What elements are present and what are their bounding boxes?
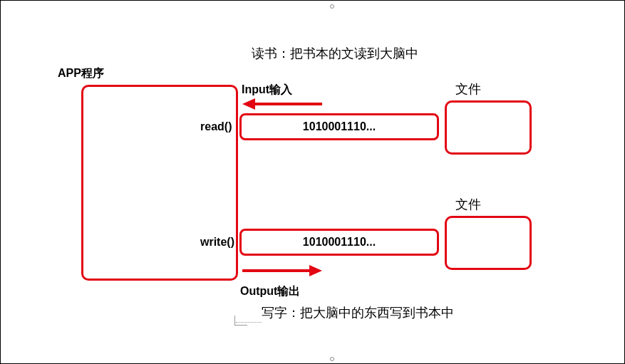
write-fn-label: write() xyxy=(200,236,234,249)
input-label: Input输入 xyxy=(242,83,292,98)
write-data-text: 1010001110... xyxy=(303,236,376,249)
page-anchor-top xyxy=(330,4,334,9)
app-label: APP程序 xyxy=(58,66,104,81)
title-top: 读书：把书本的文读到大脑中 xyxy=(252,45,418,62)
read-data-text: 1010001110... xyxy=(303,120,376,133)
file-box-top xyxy=(445,100,532,155)
file-label-bottom: 文件 xyxy=(455,196,481,213)
app-box xyxy=(81,85,238,281)
file-box-bottom xyxy=(445,216,532,270)
output-label: Output输出 xyxy=(240,284,300,299)
page-anchor-bottom xyxy=(330,357,334,361)
title-bottom: 写字：把大脑中的东西写到书本中 xyxy=(262,304,454,321)
write-data-box: 1010001110... xyxy=(239,229,439,256)
read-data-box: 1010001110... xyxy=(239,113,439,140)
read-fn-label: read() xyxy=(200,120,232,133)
file-label-top: 文件 xyxy=(455,80,481,98)
tab-mark-icon xyxy=(234,316,247,326)
